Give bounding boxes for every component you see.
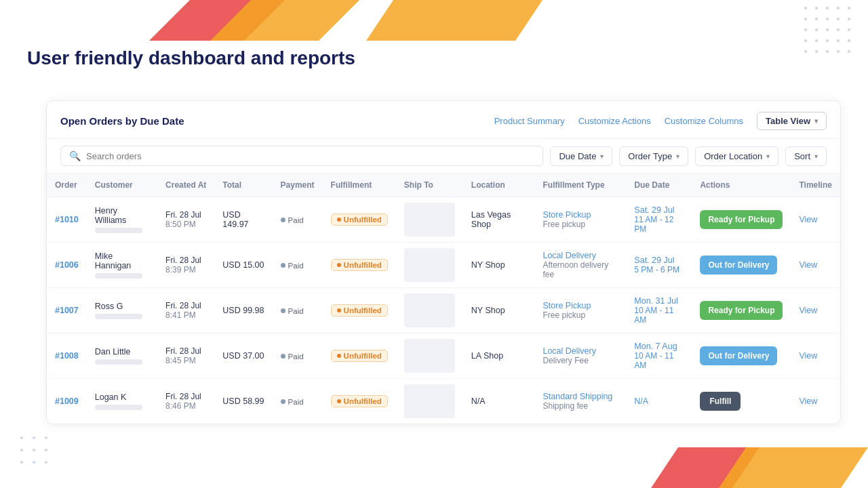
cell-ship-to [396,197,463,243]
total-amount: USD 99.98 [222,306,264,315]
fulfill-button[interactable]: Fulfill [700,392,741,411]
sort-chevron-icon: ▾ [814,152,818,160]
cell-total: USD 58.99 [214,379,272,424]
cell-fulfillment-type: Store Pickup Free pickup [534,197,626,243]
order-type-label: Order Type [628,151,672,161]
due-date-link[interactable]: Mon. 7 Aug10 AM - 11 AM [634,342,684,370]
fulfillment-badge: Unfulfilled [331,259,388,271]
due-date-filter[interactable]: Due Date ▾ [550,146,612,166]
out-for-delivery-button[interactable]: Out for Delivery [700,346,777,365]
order-link[interactable]: #1008 [55,351,79,361]
unfulfilled-dot-icon [337,218,341,222]
cell-actions: Fulfill [692,379,791,424]
cell-fulfillment: Unfulfilled [323,197,396,243]
fulfillment-badge: Unfulfilled [331,350,388,362]
fulfillment-type-link[interactable]: Standard Shipping [542,392,612,401]
cell-timeline: View [791,243,840,288]
cell-actions: Ready for Pickup [692,197,791,243]
cell-created-at: Fri. 28 Jul 8:50 PM [157,197,214,243]
location-name: NY Shop [471,260,505,270]
col-location: Location [463,174,535,197]
cell-timeline: View [791,197,840,243]
cell-fulfillment: Unfulfilled [323,379,396,424]
order-link[interactable]: #1010 [55,215,79,224]
paid-dot-icon [281,263,285,268]
cell-total: USD 149.97 [214,197,272,243]
card-title: Open Orders by Due Date [60,115,184,127]
cell-location: LA Shop [463,333,535,379]
cell-actions: Out for Delivery [692,333,791,379]
location-name: Las Vegas Shop [471,210,511,229]
cell-fulfillment: Unfulfilled [323,288,396,333]
cell-location: Las Vegas Shop [463,197,535,243]
orders-table: Order Customer Created At Total Payment … [47,174,840,424]
ready-for-pickup-button[interactable]: Ready for Pickup [700,210,783,229]
fulfillment-type-link[interactable]: Local Delivery [542,346,596,356]
paid-dot-icon [281,308,285,313]
sort-filter[interactable]: Sort ▾ [785,146,827,166]
col-created-at: Created At [157,174,214,197]
order-link[interactable]: #1007 [55,306,79,315]
fulfillment-type-link[interactable]: Store Pickup [542,210,591,220]
cell-fulfillment-type: Local Delivery Delivery Fee [534,333,626,379]
customer-sub [95,314,142,319]
svg-marker-3 [651,447,760,488]
out-for-delivery-button[interactable]: Out for Delivery [700,256,777,274]
cell-customer: Ross G [87,288,157,333]
table-header-row: Order Customer Created At Total Payment … [47,174,840,197]
filters-row: 🔍 Due Date ▾ Order Type ▾ Order Location… [47,139,840,174]
col-payment: Payment [273,174,323,197]
ready-for-pickup-button[interactable]: Ready for Pickup [700,301,783,320]
ship-to-image [404,203,455,237]
order-type-filter[interactable]: Order Type ▾ [619,146,688,166]
view-link[interactable]: View [799,306,817,315]
cell-due-date: Mon. 31 Jul10 AM - 11 AM [626,288,692,333]
due-date-label: Due Date [559,151,596,161]
unfulfilled-dot-icon [337,354,341,358]
created-date: Fri. 28 Jul [165,301,206,310]
cell-payment: Paid [273,197,323,243]
fulfillment-badge: Unfulfilled [331,214,388,226]
due-date-link[interactable]: Sat. 29 Jul11 AM - 12 PM [634,205,684,234]
fulfillment-badge: Unfulfilled [331,395,388,407]
fulfillment-type-link[interactable]: Store Pickup [542,301,591,310]
cell-location: NY Shop [463,243,535,288]
created-time: 8:45 PM [165,356,206,365]
fulfillment-badge: Unfulfilled [331,304,388,317]
table-view-button[interactable]: Table View ▾ [757,112,827,130]
customize-columns-link[interactable]: Customize Columns [665,116,743,126]
cell-total: USD 15.00 [214,243,272,288]
header-actions: Product Summary Customize Actions Custom… [494,112,827,130]
search-input[interactable] [86,151,534,161]
fulfillment-sub: Afternoon delivery fee [542,260,618,279]
customer-sub [95,405,142,410]
fulfillment-type-link[interactable]: Local Delivery [542,251,596,260]
view-link[interactable]: View [799,215,817,224]
fulfillment-sub: Free pickup [542,220,618,229]
due-date-na[interactable]: N/A [634,396,648,406]
cell-order: #1006 [47,243,87,288]
cell-actions: Ready for Pickup [692,288,791,333]
unfulfilled-dot-icon [337,399,341,403]
dot-grid-top-right [804,7,854,57]
due-date-link[interactable]: Mon. 31 Jul10 AM - 11 AM [634,296,684,325]
cell-location: NY Shop [463,288,535,333]
order-link[interactable]: #1006 [55,260,79,270]
total-amount: USD 37.00 [222,351,264,361]
product-summary-link[interactable]: Product Summary [494,116,565,126]
order-link[interactable]: #1009 [55,396,79,406]
customize-actions-link[interactable]: Customize Actions [578,116,651,126]
cell-customer: Dan Little [87,333,157,379]
cell-due-date: Sat. 29 Jul11 AM - 12 PM [626,197,692,243]
table-row: #1010 Henry Williams Fri. 28 Jul 8:50 PM… [47,197,840,243]
cell-total: USD 99.98 [214,288,272,333]
view-link[interactable]: View [799,260,817,270]
due-date-link[interactable]: Sat. 29 Jul5 PM - 6 PM [634,256,684,274]
order-location-filter[interactable]: Order Location ▾ [695,146,778,166]
paid-dot-icon [281,399,285,404]
view-link[interactable]: View [799,351,817,361]
search-icon: 🔍 [69,150,81,161]
table-view-label: Table View [766,116,810,126]
view-link[interactable]: View [799,396,817,406]
cell-due-date: N/A [626,379,692,424]
